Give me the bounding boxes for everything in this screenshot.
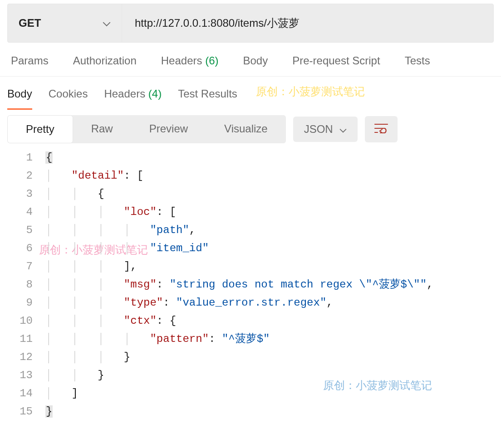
resp-tab-test-results[interactable]: Test Results (178, 88, 237, 110)
code-line: 3│ │ { (0, 185, 501, 203)
tab-authorization[interactable]: Authorization (73, 54, 137, 67)
resp-tab-headers-label: Headers (104, 88, 148, 100)
code-line: 15} (0, 403, 501, 421)
tab-tests[interactable]: Tests (405, 54, 430, 67)
request-bar: GET (7, 4, 494, 43)
tab-params[interactable]: Params (11, 54, 49, 67)
wrap-icon (374, 122, 388, 136)
chevron-down-icon (339, 123, 347, 136)
tab-headers[interactable]: Headers (6) (161, 54, 219, 67)
tab-body[interactable]: Body (243, 54, 268, 67)
format-select-label: JSON (304, 123, 333, 136)
response-body[interactable]: 1{ 2│ "detail": [ 3│ │ { 4│ │ │ "loc": [… (0, 146, 501, 430)
http-method-label: GET (19, 17, 41, 29)
wrap-lines-button[interactable] (365, 116, 398, 142)
tab-prerequest[interactable]: Pre-request Script (292, 54, 380, 67)
resp-tab-cookies[interactable]: Cookies (49, 88, 88, 110)
response-toolbar: Pretty Raw Preview Visualize JSON (0, 110, 501, 146)
request-url-input[interactable] (122, 4, 493, 42)
code-line: 7│ │ │ ], (0, 258, 501, 276)
request-tabs: Params Authorization Headers (6) Body Pr… (0, 43, 501, 77)
code-line: 2│ "detail": [ (0, 167, 501, 185)
chevron-down-icon (103, 17, 111, 29)
code-line: 14│ ] (0, 385, 501, 403)
tab-headers-label: Headers (161, 54, 205, 67)
code-line: 9│ │ │ "type": "value_error.str.regex", (0, 294, 501, 312)
view-visualize[interactable]: Visualize (206, 115, 286, 143)
resp-tab-headers-count: (4) (148, 88, 162, 100)
view-preview[interactable]: Preview (131, 115, 206, 143)
code-line: 5│ │ │ │ "path", (0, 221, 501, 239)
view-raw[interactable]: Raw (73, 115, 131, 143)
view-mode-group: Pretty Raw Preview Visualize (7, 115, 286, 143)
code-line: 1{ (0, 149, 501, 167)
view-pretty[interactable]: Pretty (7, 115, 73, 143)
response-tabs: Body Cookies Headers (4) Test Results (0, 77, 501, 110)
code-line: 12│ │ │ } (0, 348, 501, 366)
resp-tab-body[interactable]: Body (7, 88, 32, 110)
tab-headers-count: (6) (205, 54, 218, 67)
code-line: 11│ │ │ │ "pattern": "^菠萝$" (0, 330, 501, 348)
code-line: 8│ │ │ "msg": "string does not match reg… (0, 276, 501, 294)
code-line: 10│ │ │ "ctx": { (0, 312, 501, 330)
resp-tab-headers[interactable]: Headers (4) (104, 88, 162, 110)
code-line: 13│ │ } (0, 366, 501, 385)
code-line: 4│ │ │ "loc": [ (0, 203, 501, 221)
format-select[interactable]: JSON (293, 117, 358, 142)
code-line: 6│ │ │ │ "item_id" (0, 239, 501, 258)
http-method-select[interactable]: GET (8, 4, 122, 42)
